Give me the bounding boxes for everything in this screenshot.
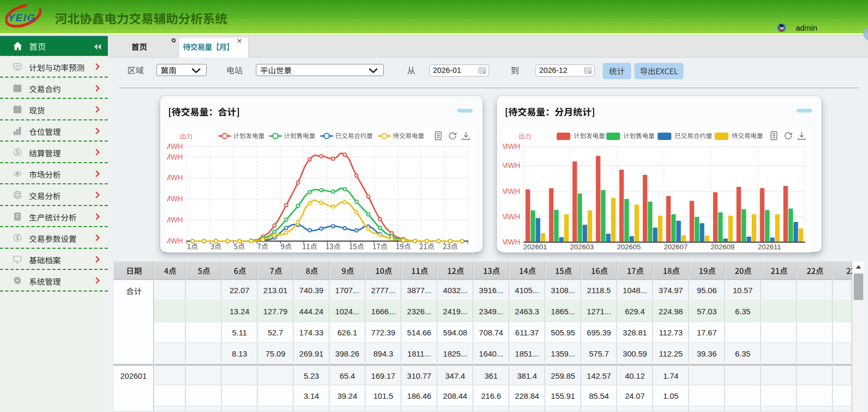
svg-text:202603: 202603	[570, 243, 594, 251]
svg-text:YEIG: YEIG	[8, 12, 36, 23]
svg-text:202601: 202601	[523, 243, 547, 251]
svg-text:4500MWH: 4500MWH	[167, 142, 183, 151]
svg-text:3000MWH: 3000MWH	[167, 173, 183, 182]
svg-text:3000MWH: 3000MWH	[503, 161, 520, 170]
svg-text:1000MWH: 1000MWH	[503, 212, 520, 221]
svg-text:3745MWH: 3745MWH	[503, 142, 520, 151]
svg-text:4000MWH: 4000MWH	[167, 153, 183, 161]
svg-text:0MWH: 0MWH	[167, 237, 183, 245]
svg-text:2000MWH: 2000MWH	[503, 187, 520, 195]
svg-text:202609: 202609	[710, 243, 734, 251]
svg-text:202611: 202611	[758, 243, 781, 251]
svg-text:1000MWH: 1000MWH	[167, 216, 183, 224]
svg-text:202605: 202605	[617, 243, 641, 251]
svg-text:0MWH: 0MWH	[503, 238, 520, 246]
svg-text:202607: 202607	[664, 243, 688, 251]
svg-text:2000MWH: 2000MWH	[167, 194, 183, 203]
